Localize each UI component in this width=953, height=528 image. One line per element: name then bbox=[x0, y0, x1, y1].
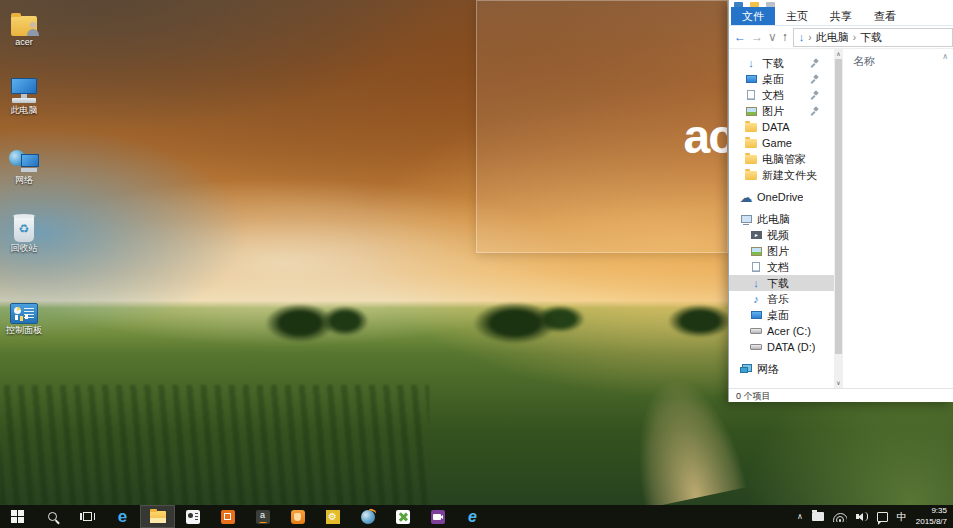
shield-app-button[interactable] bbox=[280, 505, 315, 528]
sidebar-item-label: OneDrive bbox=[757, 191, 803, 203]
globe-app-icon bbox=[361, 510, 375, 524]
hard-drive-icon bbox=[750, 325, 762, 337]
sidebar-item-music[interactable]: ♪ 音乐 bbox=[729, 291, 834, 307]
recycle-symbol: ♻ bbox=[19, 223, 30, 235]
gear-app-button[interactable]: ⚙ bbox=[315, 505, 350, 528]
clock[interactable]: 9:35 2015/8/7 bbox=[916, 506, 947, 527]
tab-file[interactable]: 文件 bbox=[731, 7, 775, 25]
file-list-area[interactable]: 名称 ∧ bbox=[843, 49, 953, 388]
sidebar-item-drive-d[interactable]: DATA (D:) bbox=[729, 339, 834, 355]
scroll-up-icon[interactable]: ∧ bbox=[834, 49, 843, 59]
internet-explorer-button[interactable]: e bbox=[455, 505, 490, 528]
pinwheel-app-button[interactable] bbox=[385, 505, 420, 528]
sort-caret-icon[interactable]: ∧ bbox=[942, 52, 948, 61]
sidebar-item-label: 下载 bbox=[767, 276, 789, 291]
gear-app-icon: ⚙ bbox=[326, 510, 340, 524]
task-view-button[interactable] bbox=[70, 505, 105, 528]
history-dropdown-icon[interactable]: ∨ bbox=[768, 31, 777, 43]
sidebar-item-documents-quick[interactable]: 文档 bbox=[729, 87, 834, 103]
sidebar-item-data-folder[interactable]: DATA bbox=[729, 119, 834, 135]
edge-icon: e bbox=[118, 508, 127, 525]
sidebar-item-pictures[interactable]: 图片 bbox=[729, 243, 834, 259]
sidebar-item-label: 文档 bbox=[767, 260, 789, 275]
background-window[interactable]: ac bbox=[476, 0, 728, 253]
sidebar-item-label: DATA (D:) bbox=[767, 341, 815, 353]
wifi-button[interactable] bbox=[833, 512, 847, 522]
breadcrumb-downloads[interactable]: 下载 bbox=[860, 30, 882, 45]
volume-icon bbox=[856, 512, 868, 521]
news-app-button[interactable] bbox=[175, 505, 210, 528]
crumb-separator: › bbox=[808, 32, 811, 43]
search-button[interactable] bbox=[35, 505, 70, 528]
action-center-button[interactable] bbox=[877, 512, 888, 522]
ime-indicator[interactable]: 中 bbox=[897, 510, 907, 524]
volume-button[interactable] bbox=[856, 512, 868, 521]
edge-button[interactable]: e bbox=[105, 505, 140, 528]
desktop-icon-label: acer bbox=[0, 38, 48, 48]
pin-icon bbox=[811, 107, 819, 116]
pictures-icon bbox=[745, 105, 757, 117]
windows-logo-icon bbox=[11, 510, 24, 523]
address-input[interactable]: ↓ › 此电脑 › 下载 bbox=[793, 28, 953, 47]
sidebar-item-label: 图片 bbox=[767, 244, 789, 259]
sidebar-item-game-folder[interactable]: Game bbox=[729, 135, 834, 151]
tray-expand-icon[interactable]: ∧ bbox=[797, 512, 803, 521]
file-explorer-button[interactable] bbox=[140, 505, 175, 528]
sidebar-item-network[interactable]: 网络 bbox=[729, 361, 834, 377]
navigation-pane: ↓ 下载 桌面 文档 图片 DATA bbox=[729, 49, 834, 388]
sidebar-item-pictures-quick[interactable]: 图片 bbox=[729, 103, 834, 119]
start-button[interactable] bbox=[0, 505, 35, 528]
news-app-icon bbox=[186, 510, 200, 524]
desktop-icon-control-panel[interactable]: 控制面板 bbox=[0, 292, 48, 336]
camera-app-button[interactable] bbox=[420, 505, 455, 528]
column-header-name[interactable]: 名称 bbox=[843, 52, 953, 71]
sidebar-item-pc-manager-folder[interactable]: 电脑管家 bbox=[729, 151, 834, 167]
sidebar-item-this-pc[interactable]: 此电脑 bbox=[729, 211, 834, 227]
back-icon[interactable]: ← bbox=[734, 31, 746, 43]
sidebar-item-drive-c[interactable]: Acer (C:) bbox=[729, 323, 834, 339]
scrollbar-thumb[interactable] bbox=[835, 59, 842, 354]
ribbon-tabs: 文件 主页 共享 查看 bbox=[729, 7, 953, 26]
tab-view[interactable]: 查看 bbox=[863, 7, 907, 25]
desktop-icon-acer[interactable]: acer bbox=[0, 4, 48, 48]
forward-icon[interactable]: → bbox=[751, 31, 763, 43]
download-icon: ↓ bbox=[745, 57, 757, 69]
desktop-folder-icon bbox=[750, 309, 762, 321]
breadcrumb-this-pc[interactable]: 此电脑 bbox=[816, 30, 849, 45]
sidebar-item-documents[interactable]: 文档 bbox=[729, 259, 834, 275]
sidebar-item-desktop-quick[interactable]: 桌面 bbox=[729, 71, 834, 87]
sidebar-item-videos[interactable]: ▸ 视频 bbox=[729, 227, 834, 243]
sidebar-item-new-folder[interactable]: 新建文件夹 bbox=[729, 167, 834, 183]
document-icon bbox=[750, 261, 762, 273]
quick-access-toolbar[interactable] bbox=[729, 0, 953, 7]
desktop-icon-network[interactable]: 网络 bbox=[0, 142, 48, 186]
tray-app-button[interactable] bbox=[812, 512, 824, 521]
wifi-icon bbox=[833, 512, 847, 522]
file-explorer-icon bbox=[150, 511, 166, 523]
system-tray: ∧ 中 9:35 2015/8/7 bbox=[797, 505, 953, 528]
pinwheel-app-icon bbox=[396, 510, 410, 524]
amazon-button[interactable]: a bbox=[245, 505, 280, 528]
sidebar-item-desktop[interactable]: 桌面 bbox=[729, 307, 834, 323]
up-icon[interactable]: ↑ bbox=[782, 31, 788, 43]
sidebar-item-downloads-selected[interactable]: ↓ 下载 bbox=[729, 275, 834, 291]
sidebar-item-label: 此电脑 bbox=[757, 212, 790, 227]
tab-home[interactable]: 主页 bbox=[775, 7, 819, 25]
globe-app-button[interactable] bbox=[350, 505, 385, 528]
desktop-icon-this-pc[interactable]: 此电脑 bbox=[0, 72, 48, 116]
folder-icon bbox=[745, 153, 757, 165]
scroll-down-icon[interactable]: ∨ bbox=[834, 378, 843, 388]
desktop-icon-recycle-bin[interactable]: ♻ 回收站 bbox=[0, 210, 48, 254]
orange-app-button[interactable] bbox=[210, 505, 245, 528]
tab-share[interactable]: 共享 bbox=[819, 7, 863, 25]
nav-scrollbar[interactable]: ∧ ∨ bbox=[834, 49, 843, 388]
pin-icon bbox=[811, 91, 819, 100]
sidebar-item-label: 图片 bbox=[762, 104, 784, 119]
network-icon bbox=[740, 363, 752, 375]
sidebar-item-onedrive[interactable]: ☁ OneDrive bbox=[729, 189, 834, 205]
sidebar-item-label: Game bbox=[762, 137, 792, 149]
pin-icon bbox=[811, 75, 819, 84]
sidebar-item-downloads-quick[interactable]: ↓ 下载 bbox=[729, 55, 834, 71]
amazon-icon: a bbox=[256, 510, 270, 524]
sidebar-item-label: 网络 bbox=[757, 362, 779, 377]
